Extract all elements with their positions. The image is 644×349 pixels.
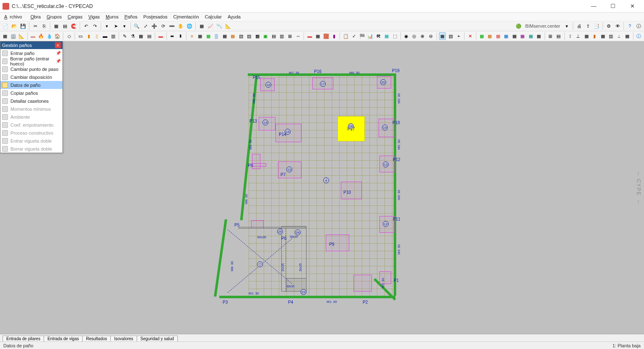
tb-dropdown-icon[interactable]: ▾ (121, 22, 128, 30)
panel-item[interactable]: Copiar paños (0, 89, 62, 97)
tb-pan-icon[interactable]: ✋ (177, 22, 184, 30)
tb2-icon[interactable]: ⊥ (575, 32, 582, 40)
tb2-icon[interactable]: ◎ (411, 32, 418, 40)
tb2-add-icon[interactable]: + (455, 32, 462, 40)
menu-panos[interactable]: Paños (122, 13, 140, 20)
tb2-icon[interactable]: ▧ (237, 32, 244, 40)
tab-entrada-vigas[interactable]: Entrada de vigas (44, 336, 83, 341)
tb2-icon[interactable]: ▯ (93, 32, 101, 40)
tb2-fire-icon[interactable]: 🔥 (38, 32, 45, 40)
menu-calcular[interactable]: Calcular (203, 13, 224, 20)
tb2-icon[interactable]: ▥ (278, 32, 286, 40)
tb-doc-icon[interactable]: 📑 (593, 22, 600, 30)
bimserver-label[interactable]: BIMserver.center (524, 23, 562, 29)
tb2-icon[interactable]: ▮ (331, 32, 338, 40)
tb2-icon[interactable]: ⊞ (286, 32, 293, 40)
menu-muros[interactable]: Muros (103, 13, 121, 20)
tb2-icon[interactable]: 🛠 (375, 32, 382, 40)
tb2-info-icon[interactable]: ⓘ (635, 32, 642, 40)
tb2-icon[interactable]: ▦ (478, 32, 486, 40)
menu-archivo[interactable]: Archivo (2, 13, 27, 20)
tb2-icon[interactable]: ▦ (535, 32, 543, 40)
tb2-icon[interactable]: ▦ (600, 32, 607, 40)
tb2-icon[interactable]: ⬚ (391, 32, 398, 40)
tb-print-icon[interactable]: 🖨 (575, 22, 583, 30)
tb2-icon[interactable]: ▦ (314, 32, 322, 40)
tb-measure-icon[interactable]: 📐 (224, 22, 232, 30)
tb-refresh-icon[interactable]: ⟳ (159, 22, 167, 30)
tb2-icon[interactable]: ▤ (555, 32, 562, 40)
tb2-edit-icon[interactable]: ✎ (121, 32, 128, 40)
tb-open-icon[interactable]: 📂 (10, 22, 18, 30)
tb2-icon[interactable]: ⊖ (427, 32, 434, 40)
tab-resultados[interactable]: Resultados (82, 336, 111, 341)
tb2-icon[interactable]: ▦ (624, 32, 631, 40)
tb2-icon[interactable]: ⊕ (419, 32, 426, 40)
tb2-icon[interactable]: ⟟ (567, 32, 574, 40)
menu-obra[interactable]: Obra (28, 13, 43, 20)
tb-undo-icon[interactable]: ↶ (82, 22, 90, 30)
tb-new-icon[interactable]: 📄 (2, 22, 9, 30)
tb2-icon[interactable]: ▣ (262, 32, 269, 40)
tb-zoom-out-icon[interactable]: ➖ (168, 22, 176, 30)
tb2-icon[interactable]: ▬ (101, 32, 109, 40)
menu-cargas[interactable]: Cargas (65, 13, 85, 20)
tb-copy-icon[interactable]: ⎘ (40, 22, 48, 30)
tb2-icon[interactable]: ▦ (511, 32, 518, 40)
tb2-icon[interactable]: ▦ (503, 32, 510, 40)
tb-chart2-icon[interactable]: 📉 (216, 22, 223, 30)
tb-zoom-window-icon[interactable]: 🔍 (133, 22, 140, 30)
tb2-icon[interactable]: ▦ (229, 32, 236, 40)
minimize-button[interactable]: — (584, 0, 603, 12)
tb-help-icon[interactable]: ? (626, 22, 634, 30)
maximize-button[interactable]: ☐ (604, 0, 622, 12)
bimserver-icon[interactable]: 🟢 (515, 22, 522, 30)
menu-grupos[interactable]: Grupos (44, 13, 64, 20)
tb-orbit-icon[interactable]: 🌐 (186, 22, 193, 30)
floor-plan[interactable]: P17 18 (232, 70, 412, 305)
tb2-icon[interactable]: ▦ (486, 32, 493, 40)
tb-chart1-icon[interactable]: 📈 (207, 22, 214, 30)
tb2-icon[interactable]: ▦ (583, 32, 590, 40)
tb2-house-icon[interactable]: 🏠 (54, 32, 61, 40)
tb-table-icon[interactable]: ▦ (198, 22, 205, 30)
tb2-icon[interactable]: ⟂ (616, 32, 623, 40)
tb-settings-icon[interactable]: ⚙ (605, 22, 613, 30)
tb2-icon[interactable]: ▮ (591, 32, 598, 40)
tb2-icon[interactable]: ▦ (439, 32, 446, 40)
tb2-icon[interactable]: ▩ (254, 32, 261, 40)
tb2-icon[interactable]: ◇ (65, 32, 73, 40)
tb-layers-icon[interactable]: ▤ (61, 22, 69, 30)
panel-item[interactable]: Cambiar disposición (0, 73, 62, 81)
tb2-icon[interactable]: ▤ (270, 32, 277, 40)
tb2-icon[interactable]: ▦ (495, 32, 502, 40)
tb2-icon[interactable]: ▬ (157, 32, 164, 40)
tb2-icon[interactable]: ▦ (383, 32, 390, 40)
tb2-icon[interactable]: ▬ (306, 32, 313, 40)
panel-item[interactable]: Detallar casetones (0, 97, 62, 105)
close-button[interactable]: ✕ (623, 0, 641, 12)
tb2-icon[interactable]: ▥ (110, 32, 117, 40)
tb-save-icon[interactable]: 💾 (19, 22, 27, 30)
tb-down-icon[interactable]: ▾ (103, 22, 111, 30)
tb2-icon[interactable]: 📊 (367, 32, 374, 40)
tb2-icon[interactable]: ▦ (2, 32, 9, 40)
tb2-delete-icon[interactable]: ✕ (467, 32, 474, 40)
tb2-icon[interactable]: ▦ (221, 32, 228, 40)
menu-cimentacion[interactable]: Cimentación (171, 13, 201, 20)
selected-panel[interactable]: P17 18 (338, 116, 365, 141)
tb-view-icon[interactable]: 👁 (614, 22, 621, 30)
drawing-area[interactable]: Gestión paños × Entrar paño📌Borrar paño … (0, 41, 644, 334)
panel-item[interactable]: Borrar paño (entrar hueco)📌 (0, 57, 62, 65)
tb2-icon[interactable]: ▦ (197, 32, 204, 40)
tb-redo-icon[interactable]: ↷ (91, 22, 99, 30)
tb-drop-icon[interactable]: ▾ (563, 22, 571, 30)
tb-zoom-extents-icon[interactable]: ⤢ (142, 22, 149, 30)
tb2-icon[interactable]: ▧ (447, 32, 454, 40)
tb2-icon[interactable]: 💧 (46, 32, 53, 40)
tb2-icon[interactable]: ⬍ (177, 32, 184, 40)
tb2-beam-icon[interactable]: ≡ (188, 32, 195, 40)
tb-info-icon[interactable]: ⓘ (635, 22, 642, 30)
tb2-icon[interactable]: ▦ (527, 32, 535, 40)
tb-export-icon[interactable]: ⇪ (584, 22, 592, 30)
